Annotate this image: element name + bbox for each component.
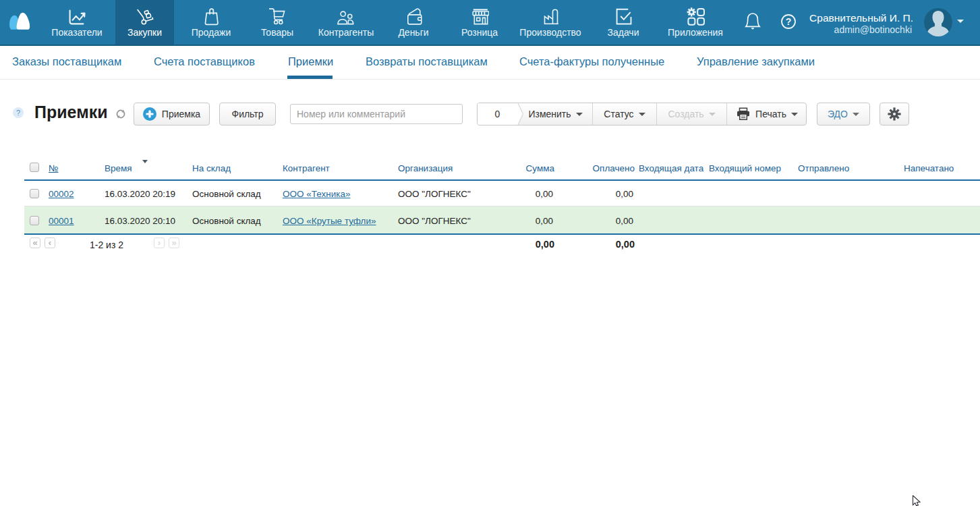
svg-text:?: ? xyxy=(786,16,792,27)
